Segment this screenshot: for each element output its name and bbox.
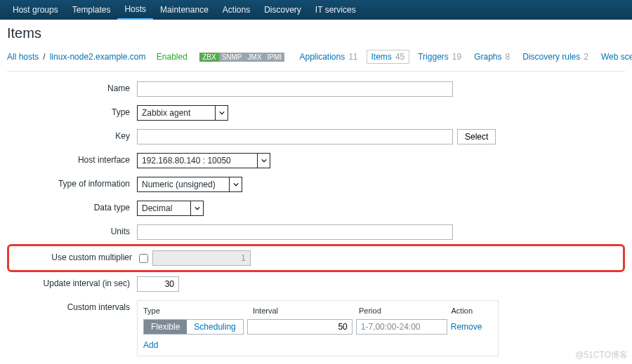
nav-itservices[interactable]: IT services	[308, 0, 363, 20]
type-select[interactable]: Zabbix agent	[137, 105, 228, 121]
seg-flexible[interactable]: Flexible	[144, 320, 187, 334]
select-button[interactable]: Select	[457, 129, 496, 144]
nav-hosts[interactable]: Hosts	[117, 0, 153, 20]
custmult-input[interactable]	[152, 250, 251, 266]
page-title: Items	[0, 20, 632, 47]
interval-input[interactable]	[247, 319, 353, 335]
label-custmult: Use custom multiplier	[9, 250, 139, 262]
form-area: Name Type Zabbix agent Key Select Host i…	[7, 71, 625, 356]
hdr-period: Period	[359, 306, 452, 315]
chevron-down-icon	[190, 201, 203, 215]
hdr-action: Action	[452, 306, 492, 315]
custmult-checkbox[interactable]	[139, 254, 148, 263]
key-input[interactable]	[137, 129, 453, 144]
typeinfo-select[interactable]: Numeric (unsigned)	[137, 177, 242, 192]
interval-row: Flexible Scheduling Remove	[143, 319, 492, 335]
label-datatype: Data type	[7, 201, 137, 213]
tab-discoveryrules[interactable]: Discovery rules2	[518, 50, 593, 63]
badge-zbx: ZBX	[199, 53, 218, 62]
nav-discovery[interactable]: Discovery	[257, 0, 308, 20]
units-input[interactable]	[137, 224, 453, 240]
nav-actions[interactable]: Actions	[216, 0, 257, 20]
badge-snmp: SNMP	[219, 53, 245, 62]
tab-graphs[interactable]: Graphs8	[470, 50, 514, 63]
tab-items[interactable]: Items45	[367, 50, 410, 64]
label-key: Key	[7, 129, 137, 141]
chevron-down-icon	[257, 154, 270, 168]
seg-scheduling[interactable]: Scheduling	[187, 320, 242, 334]
watermark: @51CTO博客	[575, 349, 628, 361]
chevron-down-icon	[215, 106, 228, 120]
tab-triggers[interactable]: Triggers19	[414, 50, 466, 63]
hdr-type: Type	[143, 306, 253, 315]
label-custint: Custom intervals	[7, 300, 137, 312]
hostif-select[interactable]: 192.168.80.140 : 10050	[137, 153, 270, 168]
label-name: Name	[7, 81, 137, 93]
add-link[interactable]: Add	[143, 340, 158, 350]
badge-ipmi: IPMI	[265, 53, 285, 62]
nav-templates[interactable]: Templates	[65, 0, 118, 20]
chevron-down-icon	[229, 177, 242, 191]
tab-applications[interactable]: Applications11	[295, 50, 362, 63]
breadcrumb-sep: /	[43, 52, 45, 62]
top-nav: Host groups Templates Hosts Maintenance …	[0, 0, 632, 20]
interval-type-segment: Flexible Scheduling	[143, 319, 244, 335]
name-input[interactable]	[137, 81, 453, 97]
intervals-box: Type Interval Period Action Flexible Sch…	[137, 300, 499, 356]
label-units: Units	[7, 224, 137, 236]
period-input[interactable]	[356, 319, 447, 335]
datatype-select[interactable]: Decimal	[137, 201, 204, 216]
remove-link[interactable]: Remove	[451, 322, 482, 332]
badges: ZBX SNMP JMX IPMI	[199, 53, 284, 62]
label-updint: Update interval (in sec)	[7, 276, 137, 288]
label-hostif: Host interface	[7, 153, 137, 165]
breadcrumb-host[interactable]: linux-node2.example.com	[50, 52, 146, 62]
breadcrumb-allhosts[interactable]: All hosts	[7, 52, 39, 62]
tab-webscenarios[interactable]: Web sce	[597, 50, 632, 63]
label-typeinfo: Type of information	[7, 177, 137, 189]
updint-input[interactable]	[137, 276, 179, 292]
badge-jmx: JMX	[245, 53, 265, 62]
nav-hostgroups[interactable]: Host groups	[6, 0, 65, 20]
hdr-interval: Interval	[253, 306, 359, 315]
breadcrumb-enabled: Enabled	[157, 52, 187, 62]
label-type: Type	[7, 105, 137, 117]
nav-maintenance[interactable]: Maintenance	[153, 0, 216, 20]
highlight-custom-multiplier: Use custom multiplier	[7, 244, 625, 272]
breadcrumb: All hosts / linux-node2.example.com Enab…	[0, 47, 632, 71]
